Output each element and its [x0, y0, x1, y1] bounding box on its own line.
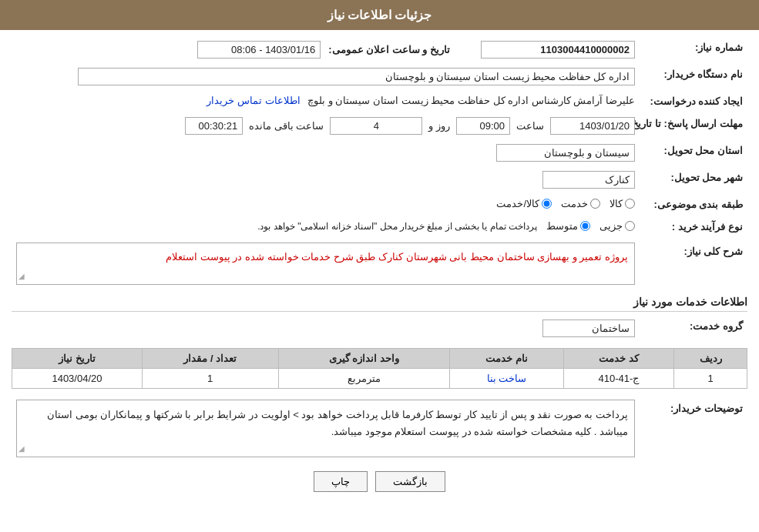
- category-option-kala[interactable]: کالا: [610, 198, 635, 209]
- process-option-jozii[interactable]: جزیی: [599, 220, 635, 232]
- main-content: شماره نیاز: 1103004410000002 تاریخ و ساع…: [0, 30, 759, 507]
- td-quantity-1: 1: [142, 369, 278, 389]
- creator-text: علیرضا آرامش کارشناس اداره کل حفاظت محیط…: [307, 95, 635, 106]
- need-number-input: 1103004410000002: [481, 41, 635, 59]
- remaining-input: 00:30:21: [185, 117, 243, 135]
- description-text: پروژه تعمیر و بهسازی ساختمان محیط بانی ش…: [166, 251, 628, 263]
- date-value: 1403/01/20 ساعت 09:00 روز و 4 ساعت باقی …: [12, 114, 640, 138]
- days-input: 4: [330, 117, 422, 135]
- process-radio-jozii[interactable]: [625, 221, 635, 231]
- page-wrapper: جزئیات اطلاعات نیاز شماره نیاز: 11030044…: [0, 0, 759, 532]
- process-label: نوع فرآیند خرید :: [640, 217, 747, 236]
- category-radio-group: کالا خدمت کالا/خدمت: [16, 198, 635, 209]
- button-row: بازگشت چاپ: [12, 471, 747, 492]
- td-row-1: 1: [674, 369, 747, 389]
- creator-value: علیرضا آرامش کارشناس اداره کل حفاظت محیط…: [12, 92, 640, 111]
- process-note: پرداخت تمام یا بخشی از مبلغ خریدار محل "…: [257, 221, 537, 232]
- row-description: شرح کلی نیاز: پروژه تعمیر و بهسازی ساختم…: [12, 239, 747, 288]
- province-label: استان محل تحویل:: [640, 141, 747, 165]
- city-label: شهر محل تحویل:: [640, 168, 747, 192]
- buyer-notes-value: پرداخت به صورت نقد و پس از تایید کار توس…: [12, 396, 640, 460]
- th-quantity: تعداد / مقدار: [142, 349, 278, 369]
- resize-handle-description: ◢: [18, 270, 25, 283]
- category-khedmat-label: خدمت: [561, 198, 588, 209]
- td-name-1[interactable]: ساخت بنا: [450, 369, 563, 389]
- category-value: کالا خدمت کالا/خدمت: [12, 195, 640, 214]
- remaining-label: ساعت باقی مانده: [249, 120, 324, 132]
- back-button[interactable]: بازگشت: [375, 471, 445, 492]
- time-label: ساعت: [516, 120, 544, 132]
- services-table: ردیف کد خدمت نام خدمت واحد اندازه گیری ت…: [12, 348, 747, 389]
- city-value: کنارک: [12, 168, 640, 192]
- buyer-org-input: اداره کل حفاظت محیط زیست استان سیستان و …: [78, 68, 635, 85]
- row-group-service: گروه خدمت: ساختمان: [12, 316, 747, 340]
- row-process: نوع فرآیند خرید : جزیی متوسط پرداخت تمام…: [12, 217, 747, 236]
- page-title: جزئیات اطلاعات نیاز: [327, 8, 432, 22]
- process-jozii-label: جزیی: [599, 220, 623, 232]
- td-unit-1: مترمربع: [278, 369, 450, 389]
- category-radio-khedmat[interactable]: [590, 199, 600, 209]
- row-province: استان محل تحویل: سیستان و بلوچستان: [12, 141, 747, 165]
- announce-date-label: تاریخ و ساعت اعلان عمومی:: [328, 44, 450, 55]
- date-label: مهلت ارسال پاسخ: تا تاریخ:: [640, 114, 747, 138]
- row-creator: ایجاد کننده درخواست: علیرضا آرامش کارشنا…: [12, 92, 747, 111]
- need-number-label: شماره نیاز:: [640, 38, 747, 62]
- group-service-label: گروه خدمت:: [640, 316, 747, 340]
- category-kala-khedmat-label: کالا/خدمت: [496, 198, 539, 209]
- need-number-value: 1103004410000002 تاریخ و ساعت اعلان عموم…: [12, 38, 640, 62]
- row-buyer-org: نام دستگاه خریدار: اداره کل حفاظت محیط ز…: [12, 65, 747, 89]
- description-box: پروژه تعمیر و بهسازی ساختمان محیط بانی ش…: [16, 243, 635, 285]
- buyer-notes-text: پرداخت به صورت نقد و پس از تایید کار توس…: [47, 409, 628, 437]
- row-city: شهر محل تحویل: کنارک: [12, 168, 747, 192]
- td-code-1: ج-41-410: [563, 369, 674, 389]
- date-input: 1403/01/20: [550, 117, 635, 135]
- buyer-org-label: نام دستگاه خریدار:: [640, 65, 747, 89]
- th-unit: واحد اندازه گیری: [278, 349, 450, 369]
- category-option-khedmat[interactable]: خدمت: [561, 198, 600, 209]
- description-label: شرح کلی نیاز:: [640, 239, 747, 261]
- print-button[interactable]: چاپ: [314, 471, 368, 492]
- services-section-title: اطلاعات خدمات مورد نیاز: [12, 296, 747, 312]
- row-buyer-notes: توضیحات خریدار: پرداخت به صورت نقد و پس …: [12, 396, 747, 460]
- process-value: جزیی متوسط پرداخت تمام یا بخشی از مبلغ خ…: [12, 217, 640, 236]
- table-row: 1 ج-41-410 ساخت بنا مترمربع 1 1403/04/20: [12, 369, 747, 389]
- row-date: مهلت ارسال پاسخ: تا تاریخ: 1403/01/20 سا…: [12, 114, 747, 138]
- td-date-1: 1403/04/20: [12, 369, 143, 389]
- category-label: طبقه بندی موضوعی:: [640, 195, 747, 214]
- city-input: کنارک: [542, 171, 635, 189]
- page-header: جزئیات اطلاعات نیاز: [0, 0, 759, 30]
- th-code: کد خدمت: [563, 349, 674, 369]
- buyer-notes-label: توضیحات خریدار:: [640, 396, 747, 418]
- resize-handle-notes: ◢: [18, 442, 25, 455]
- description-value: پروژه تعمیر و بهسازی ساختمان محیط بانی ش…: [12, 239, 640, 288]
- th-row: ردیف: [674, 349, 747, 369]
- group-service-input: ساختمان: [542, 320, 635, 337]
- row-category: طبقه بندی موضوعی: کالا خدمت کالا/خدمت: [12, 195, 747, 214]
- creator-label: ایجاد کننده درخواست:: [640, 92, 747, 111]
- buyer-org-value: اداره کل حفاظت محیط زیست استان سیستان و …: [12, 65, 640, 89]
- category-radio-kala[interactable]: [625, 199, 635, 209]
- process-radio-group: جزیی متوسط: [546, 220, 635, 232]
- time-input: 09:00: [456, 117, 510, 135]
- category-radio-kala-khedmat[interactable]: [542, 199, 552, 209]
- th-name: نام خدمت: [450, 349, 563, 369]
- category-kala-label: کالا: [610, 198, 623, 209]
- days-label: روز و: [428, 120, 450, 132]
- process-radio-motawaset[interactable]: [580, 221, 590, 231]
- category-option-kala-khedmat[interactable]: کالا/خدمت: [496, 198, 552, 209]
- process-option-motawaset[interactable]: متوسط: [546, 220, 590, 232]
- th-date: تاریخ نیاز: [12, 349, 143, 369]
- process-motawaset-label: متوسط: [546, 220, 578, 232]
- province-input: سیستان و بلوچستان: [496, 144, 635, 162]
- province-value: سیستان و بلوچستان: [12, 141, 640, 165]
- creator-contact-link[interactable]: اطلاعات تماس خریدار: [207, 95, 300, 106]
- group-service-value: ساختمان: [12, 316, 640, 340]
- announce-date-input: 1403/01/16 - 08:06: [197, 41, 321, 59]
- row-need-number: شماره نیاز: 1103004410000002 تاریخ و ساع…: [12, 38, 747, 62]
- buyer-notes-box: پرداخت به صورت نقد و پس از تایید کار توس…: [16, 400, 635, 457]
